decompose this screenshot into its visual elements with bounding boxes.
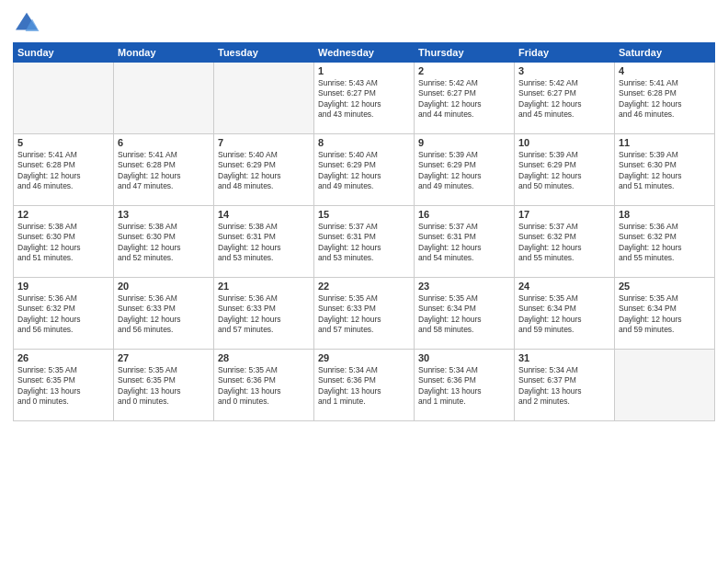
calendar-cell: 13Sunrise: 5:38 AM Sunset: 6:30 PM Dayli… [114,206,214,278]
day-number: 6 [118,137,210,148]
calendar-cell: 5Sunrise: 5:41 AM Sunset: 6:28 PM Daylig… [14,134,114,206]
calendar-weekday-monday: Monday [114,43,214,63]
day-number: 17 [518,209,610,220]
page-container: SundayMondayTuesdayWednesdayThursdayFrid… [0,0,728,563]
day-number: 10 [518,137,610,148]
day-info: Sunrise: 5:42 AM Sunset: 6:27 PM Dayligh… [518,78,610,121]
calendar-week-row: 26Sunrise: 5:35 AM Sunset: 6:35 PM Dayli… [14,350,715,421]
calendar-header-row: SundayMondayTuesdayWednesdayThursdayFrid… [14,43,715,63]
day-number: 23 [418,281,510,292]
calendar-cell: 14Sunrise: 5:38 AM Sunset: 6:31 PM Dayli… [214,206,314,278]
calendar-cell: 24Sunrise: 5:35 AM Sunset: 6:34 PM Dayli… [515,278,615,350]
day-info: Sunrise: 5:41 AM Sunset: 6:28 PM Dayligh… [17,150,109,192]
day-number: 3 [518,65,610,76]
calendar-cell: 28Sunrise: 5:35 AM Sunset: 6:36 PM Dayli… [214,350,314,421]
day-number: 31 [518,352,610,363]
day-info: Sunrise: 5:37 AM Sunset: 6:31 PM Dayligh… [318,222,410,264]
calendar-cell [14,63,114,134]
calendar-cell [214,63,314,134]
day-number: 19 [17,281,109,292]
calendar-weekday-thursday: Thursday [415,43,515,63]
calendar-cell [114,63,214,134]
calendar-weekday-tuesday: Tuesday [214,43,314,63]
calendar-cell: 20Sunrise: 5:36 AM Sunset: 6:33 PM Dayli… [114,278,214,350]
day-info: Sunrise: 5:36 AM Sunset: 6:32 PM Dayligh… [17,293,109,336]
calendar-cell: 8Sunrise: 5:40 AM Sunset: 6:29 PM Daylig… [314,134,415,206]
calendar-cell: 26Sunrise: 5:35 AM Sunset: 6:35 PM Dayli… [14,350,114,421]
day-info: Sunrise: 5:39 AM Sunset: 6:29 PM Dayligh… [518,150,610,192]
day-info: Sunrise: 5:36 AM Sunset: 6:32 PM Dayligh… [619,222,711,264]
day-number: 9 [418,137,510,148]
calendar-weekday-sunday: Sunday [14,43,114,63]
calendar-week-row: 1Sunrise: 5:43 AM Sunset: 6:27 PM Daylig… [14,63,715,134]
day-info: Sunrise: 5:39 AM Sunset: 6:30 PM Dayligh… [619,150,711,192]
day-number: 7 [218,137,310,148]
day-info: Sunrise: 5:41 AM Sunset: 6:28 PM Dayligh… [619,78,711,121]
calendar-cell: 6Sunrise: 5:41 AM Sunset: 6:28 PM Daylig… [114,134,214,206]
day-info: Sunrise: 5:43 AM Sunset: 6:27 PM Dayligh… [318,78,410,121]
day-info: Sunrise: 5:34 AM Sunset: 6:36 PM Dayligh… [318,365,410,408]
day-info: Sunrise: 5:35 AM Sunset: 6:34 PM Dayligh… [619,293,711,336]
day-number: 27 [118,352,210,363]
day-number: 30 [418,352,510,363]
logo [13,9,44,37]
calendar-weekday-friday: Friday [515,43,615,63]
calendar-cell: 15Sunrise: 5:37 AM Sunset: 6:31 PM Dayli… [314,206,415,278]
day-info: Sunrise: 5:36 AM Sunset: 6:33 PM Dayligh… [218,293,310,336]
day-number: 12 [17,209,109,220]
day-info: Sunrise: 5:35 AM Sunset: 6:35 PM Dayligh… [17,365,109,408]
calendar-cell: 17Sunrise: 5:37 AM Sunset: 6:32 PM Dayli… [515,206,615,278]
calendar-cell: 9Sunrise: 5:39 AM Sunset: 6:29 PM Daylig… [415,134,515,206]
day-number: 5 [17,137,109,148]
calendar-cell: 18Sunrise: 5:36 AM Sunset: 6:32 PM Dayli… [615,206,715,278]
day-number: 8 [318,137,410,148]
day-info: Sunrise: 5:35 AM Sunset: 6:33 PM Dayligh… [318,293,410,336]
day-info: Sunrise: 5:38 AM Sunset: 6:30 PM Dayligh… [118,222,210,264]
day-number: 1 [318,65,410,76]
day-info: Sunrise: 5:39 AM Sunset: 6:29 PM Dayligh… [418,150,510,192]
calendar-cell: 10Sunrise: 5:39 AM Sunset: 6:29 PM Dayli… [515,134,615,206]
calendar-cell: 30Sunrise: 5:34 AM Sunset: 6:36 PM Dayli… [415,350,515,421]
day-number: 22 [318,281,410,292]
day-info: Sunrise: 5:35 AM Sunset: 6:36 PM Dayligh… [218,365,310,408]
day-info: Sunrise: 5:42 AM Sunset: 6:27 PM Dayligh… [418,78,510,121]
day-info: Sunrise: 5:40 AM Sunset: 6:29 PM Dayligh… [218,150,310,192]
header [13,9,715,37]
day-info: Sunrise: 5:38 AM Sunset: 6:31 PM Dayligh… [218,222,310,264]
calendar-cell: 22Sunrise: 5:35 AM Sunset: 6:33 PM Dayli… [314,278,415,350]
day-number: 29 [318,352,410,363]
day-info: Sunrise: 5:35 AM Sunset: 6:35 PM Dayligh… [118,365,210,408]
calendar-week-row: 5Sunrise: 5:41 AM Sunset: 6:28 PM Daylig… [14,134,715,206]
calendar-weekday-wednesday: Wednesday [314,43,415,63]
calendar-cell: 31Sunrise: 5:34 AM Sunset: 6:37 PM Dayli… [515,350,615,421]
calendar-week-row: 19Sunrise: 5:36 AM Sunset: 6:32 PM Dayli… [14,278,715,350]
day-number: 26 [17,352,109,363]
day-number: 14 [218,209,310,220]
calendar-cell: 27Sunrise: 5:35 AM Sunset: 6:35 PM Dayli… [114,350,214,421]
day-info: Sunrise: 5:37 AM Sunset: 6:31 PM Dayligh… [418,222,510,264]
calendar-cell: 11Sunrise: 5:39 AM Sunset: 6:30 PM Dayli… [615,134,715,206]
day-number: 13 [118,209,210,220]
day-info: Sunrise: 5:35 AM Sunset: 6:34 PM Dayligh… [418,293,510,336]
day-number: 11 [619,137,711,148]
calendar-cell: 21Sunrise: 5:36 AM Sunset: 6:33 PM Dayli… [214,278,314,350]
day-number: 15 [318,209,410,220]
calendar-cell: 19Sunrise: 5:36 AM Sunset: 6:32 PM Dayli… [14,278,114,350]
day-info: Sunrise: 5:41 AM Sunset: 6:28 PM Dayligh… [118,150,210,192]
day-number: 4 [619,65,711,76]
day-info: Sunrise: 5:38 AM Sunset: 6:30 PM Dayligh… [17,222,109,264]
calendar-cell [615,350,715,421]
day-info: Sunrise: 5:34 AM Sunset: 6:36 PM Dayligh… [418,365,510,408]
day-number: 20 [118,281,210,292]
day-number: 24 [518,281,610,292]
day-info: Sunrise: 5:36 AM Sunset: 6:33 PM Dayligh… [118,293,210,336]
day-number: 28 [218,352,310,363]
day-info: Sunrise: 5:37 AM Sunset: 6:32 PM Dayligh… [518,222,610,264]
calendar-cell: 2Sunrise: 5:42 AM Sunset: 6:27 PM Daylig… [415,63,515,134]
calendar-weekday-saturday: Saturday [615,43,715,63]
day-info: Sunrise: 5:35 AM Sunset: 6:34 PM Dayligh… [518,293,610,336]
logo-icon [13,9,40,37]
day-number: 2 [418,65,510,76]
day-info: Sunrise: 5:34 AM Sunset: 6:37 PM Dayligh… [518,365,610,408]
calendar-table: SundayMondayTuesdayWednesdayThursdayFrid… [13,42,715,421]
